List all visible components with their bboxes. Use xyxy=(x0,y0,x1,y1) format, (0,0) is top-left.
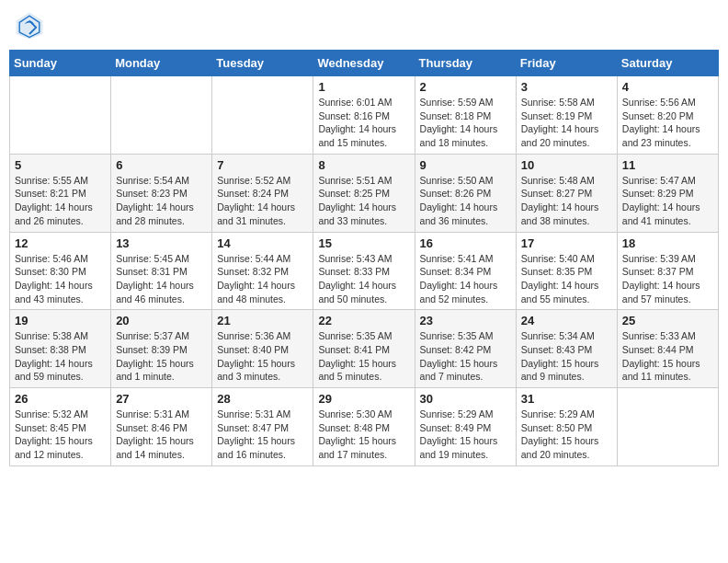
calendar-cell: 19Sunrise: 5:38 AM Sunset: 8:38 PM Dayli… xyxy=(10,310,111,388)
day-info: Sunrise: 5:31 AM Sunset: 8:46 PM Dayligh… xyxy=(116,408,207,462)
day-number: 8 xyxy=(318,158,409,172)
calendar-week-4: 19Sunrise: 5:38 AM Sunset: 8:38 PM Dayli… xyxy=(10,310,719,388)
page-header xyxy=(9,9,719,42)
day-number: 9 xyxy=(420,158,511,172)
calendar-cell: 23Sunrise: 5:35 AM Sunset: 8:42 PM Dayli… xyxy=(415,310,516,388)
day-info: Sunrise: 5:50 AM Sunset: 8:26 PM Dayligh… xyxy=(420,174,511,228)
calendar-cell: 16Sunrise: 5:41 AM Sunset: 8:34 PM Dayli… xyxy=(415,232,516,310)
calendar-cell: 9Sunrise: 5:50 AM Sunset: 8:26 PM Daylig… xyxy=(415,154,516,232)
calendar-cell: 27Sunrise: 5:31 AM Sunset: 8:46 PM Dayli… xyxy=(111,388,212,466)
calendar-cell: 11Sunrise: 5:47 AM Sunset: 8:29 PM Dayli… xyxy=(617,154,718,232)
calendar-cell: 17Sunrise: 5:40 AM Sunset: 8:35 PM Dayli… xyxy=(516,232,617,310)
calendar-cell: 5Sunrise: 5:55 AM Sunset: 8:21 PM Daylig… xyxy=(10,154,111,232)
calendar-week-5: 26Sunrise: 5:32 AM Sunset: 8:45 PM Dayli… xyxy=(10,388,719,466)
day-number: 2 xyxy=(420,80,511,94)
day-number: 5 xyxy=(15,158,106,172)
day-number: 23 xyxy=(420,314,511,327)
header-saturday: Saturday xyxy=(617,51,718,76)
calendar-cell: 26Sunrise: 5:32 AM Sunset: 8:45 PM Dayli… xyxy=(10,388,111,466)
header-friday: Friday xyxy=(516,51,617,76)
day-info: Sunrise: 5:58 AM Sunset: 8:19 PM Dayligh… xyxy=(521,96,612,150)
calendar-cell: 12Sunrise: 5:46 AM Sunset: 8:30 PM Dayli… xyxy=(10,232,111,310)
day-number: 10 xyxy=(521,158,612,172)
day-number: 12 xyxy=(15,236,106,250)
day-number: 7 xyxy=(217,158,308,172)
logo xyxy=(13,9,50,42)
calendar-cell: 8Sunrise: 5:51 AM Sunset: 8:25 PM Daylig… xyxy=(313,154,415,232)
day-number: 19 xyxy=(15,314,106,327)
calendar-cell: 1Sunrise: 6:01 AM Sunset: 8:16 PM Daylig… xyxy=(313,76,415,155)
calendar-week-3: 12Sunrise: 5:46 AM Sunset: 8:30 PM Dayli… xyxy=(10,232,719,310)
day-info: Sunrise: 5:30 AM Sunset: 8:48 PM Dayligh… xyxy=(318,408,409,462)
day-number: 28 xyxy=(217,392,308,406)
day-info: Sunrise: 5:55 AM Sunset: 8:21 PM Dayligh… xyxy=(15,174,106,228)
calendar-cell: 4Sunrise: 5:56 AM Sunset: 8:20 PM Daylig… xyxy=(617,76,718,155)
day-number: 30 xyxy=(420,392,511,406)
day-info: Sunrise: 5:52 AM Sunset: 8:24 PM Dayligh… xyxy=(217,174,308,228)
day-number: 4 xyxy=(622,80,713,94)
day-number: 17 xyxy=(521,236,612,250)
header-monday: Monday xyxy=(111,51,212,76)
calendar-cell: 20Sunrise: 5:37 AM Sunset: 8:39 PM Dayli… xyxy=(111,310,212,388)
day-info: Sunrise: 5:40 AM Sunset: 8:35 PM Dayligh… xyxy=(521,252,612,306)
day-info: Sunrise: 5:54 AM Sunset: 8:23 PM Dayligh… xyxy=(116,174,207,228)
calendar-cell: 28Sunrise: 5:31 AM Sunset: 8:47 PM Dayli… xyxy=(212,388,313,466)
calendar-cell: 24Sunrise: 5:34 AM Sunset: 8:43 PM Dayli… xyxy=(516,310,617,388)
calendar-cell xyxy=(10,76,111,155)
day-info: Sunrise: 5:36 AM Sunset: 8:40 PM Dayligh… xyxy=(217,329,308,384)
calendar-cell: 6Sunrise: 5:54 AM Sunset: 8:23 PM Daylig… xyxy=(111,154,212,232)
day-number: 29 xyxy=(318,392,409,406)
day-info: Sunrise: 5:41 AM Sunset: 8:34 PM Dayligh… xyxy=(420,252,511,306)
day-number: 6 xyxy=(116,158,207,172)
day-info: Sunrise: 5:39 AM Sunset: 8:37 PM Dayligh… xyxy=(622,252,713,306)
header-tuesday: Tuesday xyxy=(212,51,313,76)
day-info: Sunrise: 5:29 AM Sunset: 8:50 PM Dayligh… xyxy=(521,408,612,462)
day-number: 25 xyxy=(622,314,713,327)
calendar-cell: 22Sunrise: 5:35 AM Sunset: 8:41 PM Dayli… xyxy=(313,310,415,388)
header-thursday: Thursday xyxy=(415,51,516,76)
calendar-cell: 25Sunrise: 5:33 AM Sunset: 8:44 PM Dayli… xyxy=(617,310,718,388)
day-number: 15 xyxy=(318,236,409,250)
day-number: 18 xyxy=(622,236,713,250)
day-number: 26 xyxy=(15,392,106,406)
header-sunday: Sunday xyxy=(10,51,111,76)
day-info: Sunrise: 5:33 AM Sunset: 8:44 PM Dayligh… xyxy=(622,329,713,384)
calendar-table: SundayMondayTuesdayWednesdayThursdayFrid… xyxy=(9,50,719,466)
day-info: Sunrise: 5:48 AM Sunset: 8:27 PM Dayligh… xyxy=(521,174,612,228)
day-info: Sunrise: 5:47 AM Sunset: 8:29 PM Dayligh… xyxy=(622,174,713,228)
calendar-cell: 18Sunrise: 5:39 AM Sunset: 8:37 PM Dayli… xyxy=(617,232,718,310)
day-info: Sunrise: 5:46 AM Sunset: 8:30 PM Dayligh… xyxy=(15,252,106,306)
calendar-cell: 31Sunrise: 5:29 AM Sunset: 8:50 PM Dayli… xyxy=(516,388,617,466)
calendar-cell: 10Sunrise: 5:48 AM Sunset: 8:27 PM Dayli… xyxy=(516,154,617,232)
day-number: 24 xyxy=(521,314,612,327)
day-number: 20 xyxy=(116,314,207,327)
day-number: 16 xyxy=(420,236,511,250)
day-info: Sunrise: 5:35 AM Sunset: 8:41 PM Dayligh… xyxy=(318,329,409,384)
calendar-cell: 14Sunrise: 5:44 AM Sunset: 8:32 PM Dayli… xyxy=(212,232,313,310)
day-number: 1 xyxy=(318,80,409,94)
day-info: Sunrise: 5:45 AM Sunset: 8:31 PM Dayligh… xyxy=(116,252,207,306)
calendar-cell: 30Sunrise: 5:29 AM Sunset: 8:49 PM Dayli… xyxy=(415,388,516,466)
day-info: Sunrise: 5:35 AM Sunset: 8:42 PM Dayligh… xyxy=(420,329,511,384)
calendar-cell: 15Sunrise: 5:43 AM Sunset: 8:33 PM Dayli… xyxy=(313,232,415,310)
calendar-week-1: 1Sunrise: 6:01 AM Sunset: 8:16 PM Daylig… xyxy=(10,76,719,155)
day-number: 11 xyxy=(622,158,713,172)
day-info: Sunrise: 5:43 AM Sunset: 8:33 PM Dayligh… xyxy=(318,252,409,306)
day-number: 3 xyxy=(521,80,612,94)
calendar-cell: 21Sunrise: 5:36 AM Sunset: 8:40 PM Dayli… xyxy=(212,310,313,388)
day-info: Sunrise: 5:29 AM Sunset: 8:49 PM Dayligh… xyxy=(420,408,511,462)
calendar-cell xyxy=(111,76,212,155)
day-number: 21 xyxy=(217,314,308,327)
day-number: 31 xyxy=(521,392,612,406)
logo-icon xyxy=(13,9,46,42)
day-info: Sunrise: 5:56 AM Sunset: 8:20 PM Dayligh… xyxy=(622,96,713,150)
calendar-cell: 7Sunrise: 5:52 AM Sunset: 8:24 PM Daylig… xyxy=(212,154,313,232)
calendar-cell xyxy=(617,388,718,466)
calendar-cell: 2Sunrise: 5:59 AM Sunset: 8:18 PM Daylig… xyxy=(415,76,516,155)
day-number: 13 xyxy=(116,236,207,250)
calendar-cell xyxy=(212,76,313,155)
day-number: 22 xyxy=(318,314,409,327)
day-info: Sunrise: 5:51 AM Sunset: 8:25 PM Dayligh… xyxy=(318,174,409,228)
day-info: Sunrise: 5:59 AM Sunset: 8:18 PM Dayligh… xyxy=(420,96,511,150)
day-info: Sunrise: 5:32 AM Sunset: 8:45 PM Dayligh… xyxy=(15,408,106,462)
